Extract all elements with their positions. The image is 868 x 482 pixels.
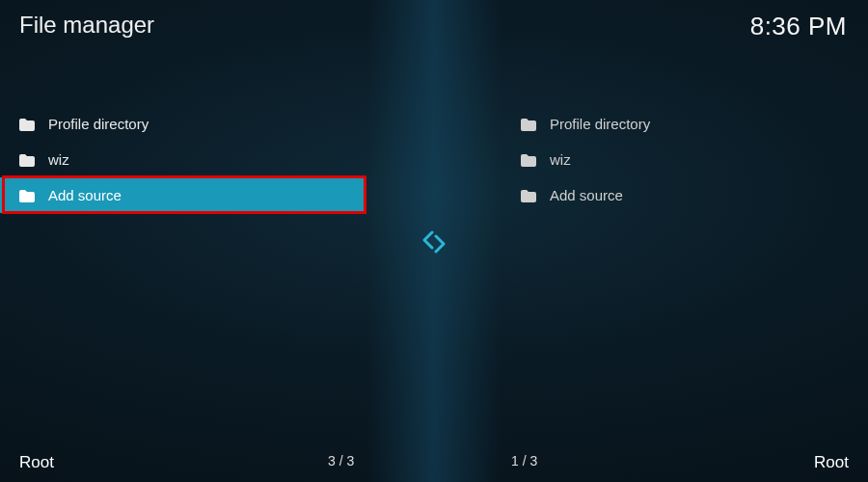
list-item[interactable]: wiz [0,142,366,177]
list-item[interactable]: Profile directory [0,106,366,142]
list-item-label: Add source [48,187,122,203]
left-pane: Profile directory wiz Add source [0,106,366,424]
counter-right: 1 / 3 [511,453,537,469]
list-item-label: wiz [550,151,571,168]
list-item-label: Add source [550,187,623,203]
transfer-arrows-icon [419,227,449,257]
folder-icon [521,118,536,130]
root-label-left: Root [19,453,54,472]
folder-icon [19,153,35,166]
folder-icon [19,118,35,130]
right-pane: Profile directory wiz Add source [502,106,868,424]
content: Profile directory wiz Add source Profile… [0,106,868,424]
list-item-label: wiz [48,151,69,168]
counter-left: 3 / 3 [328,453,354,469]
page-title: File manager [19,12,154,39]
folder-icon [521,153,536,166]
clock: 8:36 PM [750,12,847,41]
footer-right-counter: 1 / 3 [511,453,537,469]
footer: Root 3 / 3 1 / 3 Root [0,453,868,472]
footer-right: Root [814,453,849,472]
footer-left-counter: 3 / 3 [328,453,354,469]
pane-gap [366,106,502,424]
root-label-right: Root [814,453,849,472]
folder-icon [521,189,536,201]
list-item[interactable]: wiz [502,142,868,177]
list-item-add-source[interactable]: Add source [0,177,366,213]
list-item[interactable]: Add source [502,177,868,213]
list-item[interactable]: Profile directory [502,106,868,142]
list-item-label: Profile directory [48,116,149,132]
list-item-label: Profile directory [550,116,650,132]
footer-left: Root [19,453,54,472]
folder-icon [19,189,35,201]
